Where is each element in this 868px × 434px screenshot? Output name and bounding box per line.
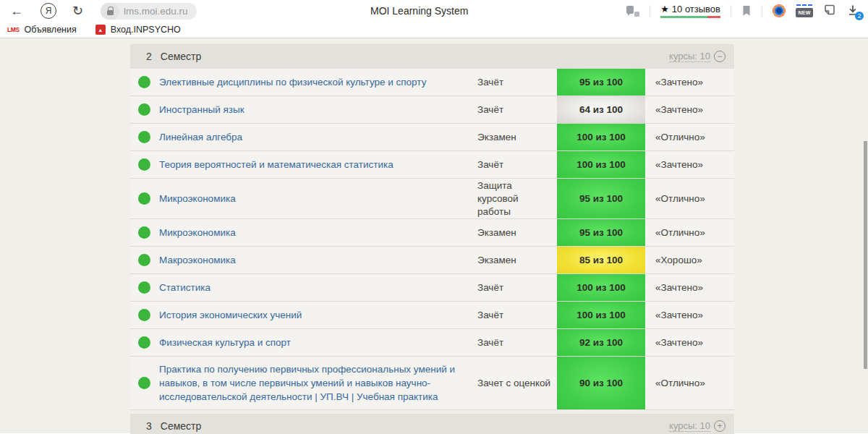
lms-page: 2 Семестр курсы: 10 − Элективные дисципл…: [0, 38, 868, 433]
inpsycho-favicon: ▲: [95, 25, 106, 35]
vertical-scrollbar[interactable]: [864, 141, 867, 369]
grade-text: «Отлично»: [645, 378, 734, 388]
score-cell: 90 из 100: [557, 357, 645, 409]
expand-section-icon[interactable]: +: [714, 420, 726, 432]
url-text[interactable]: lms.moi.edu.ru: [124, 6, 188, 17]
downloads-count-badge: 2: [855, 12, 864, 20]
grade-text: «Зачтено»: [645, 310, 734, 320]
table-row: История экономических учений Зачёт 100 и…: [130, 302, 734, 329]
downloads-icon[interactable]: 2: [846, 4, 861, 18]
semester-title: Семестр: [161, 420, 202, 432]
exam-type: Экзамен: [477, 131, 557, 144]
bookmark-flag-icon[interactable]: [741, 5, 752, 17]
dashed-top-icon: [796, 4, 812, 6]
semester-section-header: 3 Семестр курсы: 10 +: [130, 414, 734, 434]
course-link[interactable]: Физическая культура и спорт: [159, 330, 477, 355]
bookmark-item-inpsycho[interactable]: ▲ Вход.INPSYCHO: [95, 25, 181, 35]
grade-text: «Зачтено»: [645, 159, 734, 170]
new-badge: NEW: [796, 8, 813, 17]
score-cell: 100 из 100: [557, 151, 645, 178]
score-value: 64 из 100: [579, 104, 623, 115]
grades-table: 2 Семестр курсы: 10 − Элективные дисципл…: [130, 44, 734, 434]
bookmark-label: Объявления: [24, 25, 76, 35]
grade-text: «Зачтено»: [645, 77, 734, 88]
courses-count-link[interactable]: курсы: 10: [669, 51, 710, 62]
course-status-dot: [138, 131, 150, 143]
score-value: 100 из 100: [576, 159, 626, 170]
toolbar-right-icons: ★ 10 отзывов NEW 2: [626, 4, 861, 19]
collections-icon[interactable]: [823, 4, 836, 19]
table-row: Теория вероятностей и математическая ста…: [130, 151, 734, 179]
score-value: 85 из 100: [579, 255, 623, 265]
table-row: Элективные дисциплины по физической куль…: [130, 69, 734, 96]
score-value: 100 из 100: [576, 282, 626, 293]
course-status-dot: [138, 281, 150, 294]
table-row: Линейная алгебра Экзамен 100 из 100 «Отл…: [130, 124, 734, 151]
course-status-dot: [138, 76, 150, 88]
course-link[interactable]: Микроэкономика: [159, 220, 477, 245]
grade-text: «Зачтено»: [645, 282, 734, 293]
table-row: Практика по получению первичных професси…: [130, 357, 734, 410]
score-cell: 100 из 100: [557, 274, 645, 301]
course-link[interactable]: Линейная алгебра: [159, 124, 477, 150]
semester-number: 3: [146, 420, 152, 432]
score-value: 100 из 100: [576, 310, 626, 320]
score-cell: 92 из 100: [557, 329, 645, 356]
grade-text: «Зачтено»: [645, 104, 734, 115]
course-link[interactable]: Макроэкономика: [159, 247, 477, 273]
table-row: Микроэкономика Экзамен 95 из 100 «Отличн…: [130, 219, 734, 247]
score-value: 100 из 100: [576, 132, 626, 142]
new-tab-extension-icon[interactable]: NEW: [796, 4, 813, 17]
score-value: 95 из 100: [579, 193, 623, 204]
exam-type: Зачёт: [477, 309, 557, 322]
refresh-icon[interactable]: ↻: [72, 4, 83, 17]
yandex-browser-icon[interactable]: Я: [41, 3, 56, 19]
score-value: 92 из 100: [579, 337, 623, 348]
star-icon: ★: [660, 4, 669, 14]
course-status-dot: [138, 309, 150, 321]
lms-favicon: LMS: [7, 26, 19, 33]
score-cell: 95 из 100: [557, 179, 645, 218]
exam-type: Зачёт: [477, 103, 557, 116]
score-cell: 85 из 100: [557, 247, 645, 273]
score-cell: 95 из 100: [557, 69, 645, 95]
course-status-dot: [138, 158, 150, 171]
semester-number: 2: [146, 51, 152, 62]
exam-type: Зачет с оценкой: [477, 377, 557, 390]
grade-text: «Отлично»: [645, 132, 734, 142]
page-title: MOI Learning System: [370, 5, 468, 17]
score-cell: 100 из 100: [557, 302, 645, 328]
score-cell: 100 из 100: [557, 124, 645, 150]
reviews-count-label[interactable]: 10 отзывов: [672, 4, 720, 14]
course-status-dot: [138, 336, 150, 349]
table-row: Физическая культура и спорт Зачёт 92 из …: [130, 329, 734, 357]
exam-type: Зачёт: [477, 281, 557, 294]
course-link[interactable]: Статистика: [159, 275, 477, 300]
semester-section-header: 2 Семестр курсы: 10 −: [130, 44, 734, 69]
toolbar-divider: [762, 5, 762, 17]
collapse-section-icon[interactable]: −: [714, 51, 726, 62]
back-icon[interactable]: ←: [10, 4, 23, 17]
exam-type: Зачёт: [477, 76, 557, 89]
secure-lock-badge[interactable]: [101, 3, 119, 20]
grade-text: «Зачтено»: [645, 337, 734, 348]
course-link[interactable]: История экономических учений: [159, 302, 477, 328]
course-link[interactable]: Практика по получению первичных професси…: [159, 357, 477, 409]
course-link[interactable]: Элективные дисциплины по физической куль…: [159, 69, 477, 95]
toolbar-divider: [731, 5, 731, 17]
course-status-dot: [138, 254, 150, 266]
bookmark-label: Вход.INPSYCHO: [111, 25, 181, 35]
extension-icon[interactable]: [773, 4, 786, 17]
course-link[interactable]: Теория вероятностей и математическая ста…: [159, 152, 477, 177]
bookmark-item-announcements[interactable]: LMS Объявления: [7, 25, 77, 35]
site-rating-widget[interactable]: ★ 10 отзывов: [660, 4, 720, 18]
table-row: Макроэкономика Экзамен 85 из 100 «Хорошо…: [130, 247, 734, 274]
course-link[interactable]: Микроэкономика: [159, 186, 477, 211]
lock-icon: [107, 10, 114, 15]
courses-count-link[interactable]: курсы: 10: [669, 420, 710, 432]
site-reviews-icon[interactable]: [626, 6, 639, 17]
address-bar[interactable]: lms.moi.edu.ru: [101, 3, 197, 20]
browser-toolbar: ← Я ↻ lms.moi.edu.ru MOI Learning System…: [0, 0, 868, 22]
course-status-dot: [138, 192, 150, 205]
course-link[interactable]: Иностранный язык: [159, 97, 477, 122]
